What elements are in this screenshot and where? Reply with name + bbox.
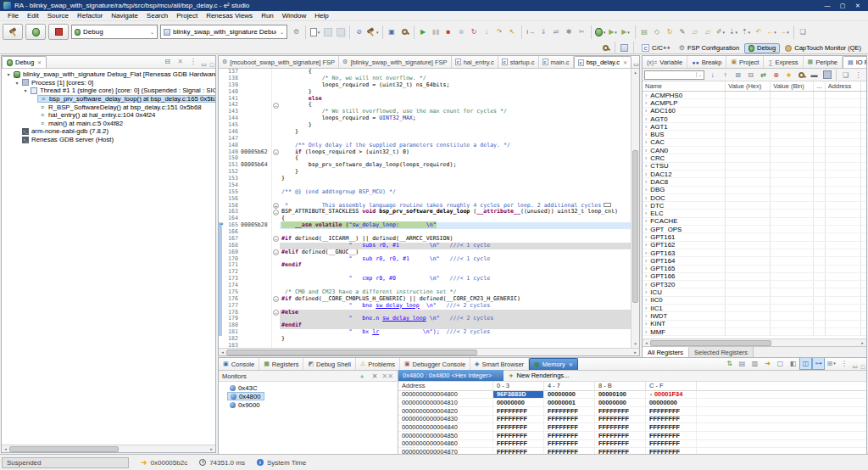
instruction-stepping-icon[interactable]: i→	[525, 25, 537, 39]
expander-icon[interactable]: ›	[645, 242, 647, 248]
fold-toggle-icon[interactable]: −	[273, 149, 279, 155]
register-row-gpt162[interactable]: ›GPT162	[643, 242, 866, 249]
save-register-icon[interactable]	[821, 68, 833, 81]
link-memory-rendering-icon[interactable]: ⊶	[812, 358, 825, 370]
memory-monitor-0x43c[interactable]: 0x43C	[219, 383, 398, 392]
column-header-value-hex[interactable]: Value (Hex)	[726, 81, 771, 91]
register-row-gpt161[interactable]: ›GPT161	[643, 233, 866, 241]
register-row-can0[interactable]: ›CAN0	[643, 147, 866, 154]
expander-icon[interactable]: ›	[645, 273, 647, 279]
code-text[interactable]: loops_required = (uint32_t) ns_64bits;	[280, 82, 631, 89]
register-row-acmphs0[interactable]: ›ACMPHS0	[643, 92, 866, 99]
expander-icon[interactable]: ›	[645, 297, 647, 303]
add-monitor-icon[interactable]: ＋	[356, 369, 369, 383]
minimize-view-icon[interactable]: ▭	[201, 61, 207, 68]
drop-to-frame-icon[interactable]: ⇓	[537, 25, 550, 39]
run-history-icon[interactable]: ▶▾	[607, 25, 620, 39]
registers-horizontal-scrollbar[interactable]: ◂ ▸	[643, 339, 866, 346]
expander-icon[interactable]: ▾	[5, 71, 12, 77]
editor-tab-startup-c[interactable]: cstartup.c	[498, 56, 539, 68]
scroll-left-icon[interactable]: ◂	[219, 350, 226, 355]
expander-icon[interactable]: ›	[645, 289, 647, 295]
scroll-right-icon[interactable]: ▸	[632, 350, 639, 355]
fold-gutter[interactable]: −	[271, 236, 280, 243]
register-filter-combo[interactable]: ⌄	[644, 70, 704, 80]
memory-cell[interactable]: FFFFFFFF	[493, 423, 544, 431]
register-row-gpt164[interactable]: ›GPT164	[643, 257, 866, 265]
perspective-c-c[interactable]: CC/C++	[638, 43, 674, 53]
minimize-icon[interactable]: —	[821, 3, 834, 8]
new-rendering-tab-icon[interactable]: ▢	[774, 358, 787, 370]
expander-icon[interactable]: ›	[645, 116, 647, 122]
memory-column-address[interactable]: Address	[398, 382, 493, 390]
memory-cell[interactable]: FFFFFFFF	[646, 416, 697, 423]
memory-address[interactable]: 0000000000004830	[398, 416, 493, 423]
code-line-141[interactable]: 141 else	[219, 96, 631, 103]
register-row-iic1[interactable]: ›IIC1	[643, 305, 866, 312]
memory-cell[interactable]: ▲00001F34	[646, 391, 697, 399]
code-line-140[interactable]: 140 }	[219, 89, 631, 96]
memory-cell[interactable]: FFFFFFFF	[646, 423, 697, 431]
open-perspective-icon[interactable]: ❏	[797, 25, 810, 39]
memory-monitor-0x4800[interactable]: 0x4800	[219, 392, 398, 400]
remove-monitor-icon[interactable]: ✕	[369, 369, 381, 383]
go-down-icon[interactable]: ↓	[706, 68, 719, 81]
column-header-name[interactable]: Name	[643, 81, 726, 91]
fold-toggle-icon[interactable]: +	[273, 203, 279, 209]
editor-horizontal-scrollbar[interactable]: ◂ ▸	[219, 348, 639, 355]
open-element-icon[interactable]: ◇	[651, 25, 664, 39]
folded-block-icon[interactable]	[604, 203, 611, 207]
code-text[interactable]: }	[280, 129, 631, 136]
copy-rendering-icon[interactable]: ▥	[748, 358, 761, 370]
refresh-icon[interactable]: ⇄	[757, 68, 770, 81]
register-row-gpt166[interactable]: ›GPT166	[643, 273, 866, 281]
restore-view-icon[interactable]: ❏	[839, 68, 852, 81]
tab-selected-registers[interactable]: Selected Registers	[689, 347, 754, 357]
debug-tree-item-process-1-cores-0[interactable]: ▾Process [1] [cores: 0]	[2, 79, 215, 87]
expander-icon[interactable]: ▾	[22, 87, 29, 93]
code-line-146[interactable]: 146 }	[219, 129, 631, 136]
launch-gear-icon[interactable]: ⚙	[290, 25, 303, 39]
debug-history-icon[interactable]: ▾	[594, 25, 607, 39]
tab-problems[interactable]: ⚠Problems	[356, 358, 400, 370]
memory-address[interactable]: 0000000000004840	[398, 423, 493, 431]
minimize-view-icon[interactable]: ▭	[852, 363, 858, 370]
new-memory-view-icon[interactable]: ⊞▾	[825, 358, 837, 370]
use-step-filters-icon[interactable]: ⇌	[550, 25, 563, 39]
switch-memory-unit-icon[interactable]: ◧	[787, 358, 799, 370]
code-text[interactable]: BSP_ATTRIBUTE_STACKLESS void bsp_prv_sof…	[280, 209, 631, 215]
memory-cell[interactable]: FFFFFFFF	[595, 432, 646, 439]
editor-tab-hal-entry-c[interactable]: chal_entry.c	[452, 56, 498, 68]
memory-address[interactable]: 0000000000004850	[398, 432, 493, 439]
tab-variable[interactable]: (x)=Variable	[643, 56, 687, 68]
code-line-149[interactable]: 14900005b62− if (loops_required > (uint3…	[219, 149, 631, 156]
memory-cell[interactable]: 96F3883D	[493, 391, 544, 399]
rendering-tab-active[interactable]: 0x4800 : 0x4800 <Hex Integer> ✕	[398, 370, 504, 381]
expander-icon[interactable]: ›	[645, 234, 647, 240]
scroll-down-icon[interactable]: ▾	[632, 340, 639, 348]
column-header-item[interactable]: ...	[814, 81, 825, 91]
expander-icon[interactable]: ›	[645, 313, 647, 319]
debug-tree-item-renesas-gdb-server-host[interactable]: >_Renesas GDB server (Host)	[2, 136, 215, 144]
memory-cell[interactable]: FFFFFFFF	[493, 416, 544, 423]
terminate-button[interactable]	[48, 24, 69, 40]
go-up-icon[interactable]: ↑	[719, 68, 732, 81]
fold-toggle-icon[interactable]: −	[273, 210, 279, 215]
expander-icon[interactable]: ›	[645, 258, 647, 264]
edit-icon[interactable]: ✎	[676, 25, 689, 39]
code-line-179[interactable]: 179 " bne.n sw_delay_loop \n" ///< 2 cyc…	[219, 316, 631, 322]
expander-icon[interactable]: ›	[645, 266, 647, 271]
build-all-icon[interactable]: ▾	[365, 25, 380, 39]
code-line-183[interactable]: 183	[219, 343, 631, 348]
export-memory-icon[interactable]: ▤	[736, 358, 748, 370]
debug-config-gear-icon[interactable]: ✱	[563, 25, 576, 39]
tab-io-regi[interactable]: ▤IO Regi✕	[843, 56, 866, 68]
register-row-iic0[interactable]: ›IIC0	[643, 297, 866, 305]
register-row-gpt320[interactable]: ›GPT320	[643, 281, 866, 288]
new-wizard-icon[interactable]: ▾	[309, 25, 321, 39]
code-line-139[interactable]: 139 loops_required = (uint32_t) ns_64bit…	[219, 82, 631, 89]
memory-cell[interactable]: 00000000	[595, 399, 646, 406]
code-line-154[interactable]: 154	[219, 182, 631, 189]
expander-icon[interactable]: ›	[645, 282, 647, 288]
code-text[interactable]: else	[280, 96, 631, 103]
